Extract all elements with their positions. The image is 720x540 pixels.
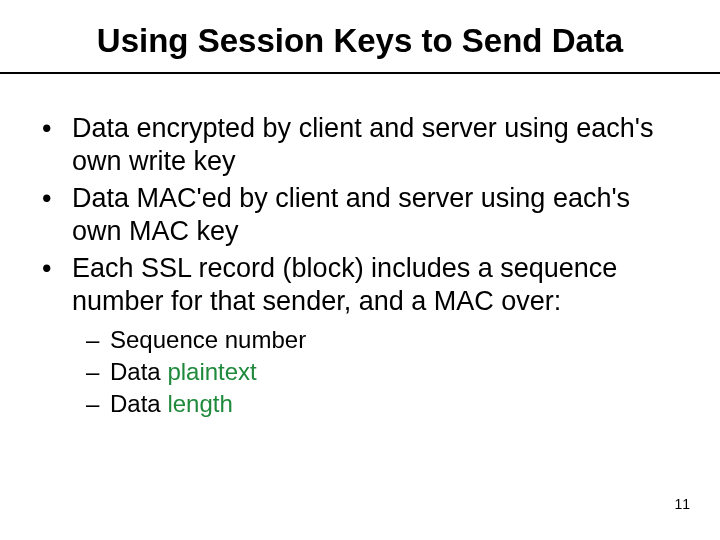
highlight-text: plaintext — [167, 358, 256, 385]
highlight-text: length — [167, 390, 232, 417]
page-number: 11 — [674, 496, 690, 512]
sub-bullet-item: Data plaintext — [86, 356, 680, 388]
sub-bullet-item: Data length — [86, 388, 680, 420]
slide-title: Using Session Keys to Send Data — [0, 22, 720, 74]
sub-text: Data — [110, 358, 167, 385]
sub-bullet-item: Sequence number — [86, 324, 680, 356]
bullet-item: Data encrypted by client and server usin… — [38, 112, 680, 178]
slide-body: Data encrypted by client and server usin… — [38, 112, 680, 425]
bullet-item: Each SSL record (block) includes a seque… — [38, 252, 680, 421]
bullet-text: Each SSL record (block) includes a seque… — [72, 253, 617, 316]
bullet-item: Data MAC'ed by client and server using e… — [38, 182, 680, 248]
sub-bullet-list: Sequence number Data plaintext Data leng… — [72, 324, 680, 421]
sub-text: Data — [110, 390, 167, 417]
slide: Using Session Keys to Send Data Data enc… — [0, 0, 720, 540]
bullet-list: Data encrypted by client and server usin… — [38, 112, 680, 421]
